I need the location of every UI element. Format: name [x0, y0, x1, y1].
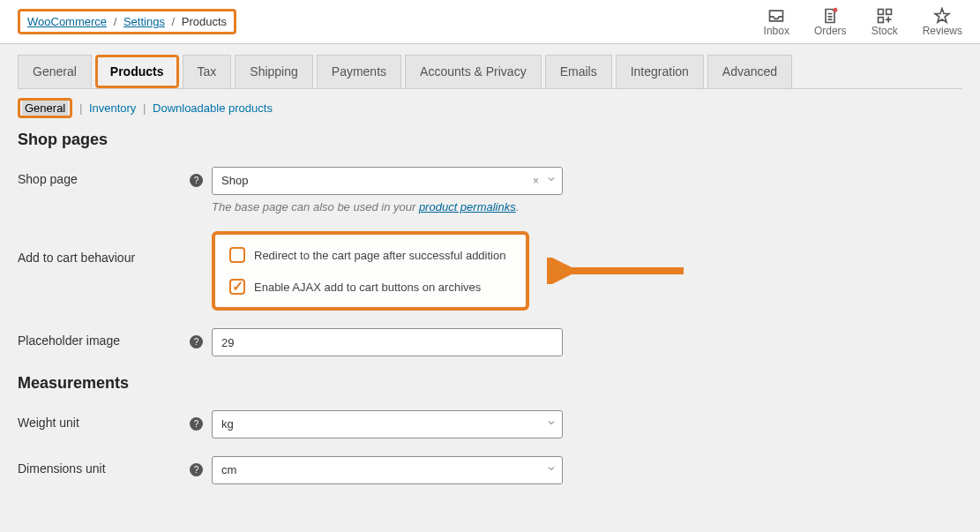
help-icon[interactable]: ? — [190, 463, 203, 476]
tab-products-label: Products — [98, 57, 176, 86]
content-area: General Products Tax Shipping Payments A… — [0, 44, 980, 513]
inbox-label: Inbox — [764, 25, 789, 37]
select-shop-page-value: Shop — [221, 174, 248, 187]
help-icon[interactable]: ? — [190, 417, 203, 431]
input-placeholder-image[interactable] — [212, 328, 563, 356]
select-clear-icon[interactable]: × — [533, 168, 539, 194]
row-placeholder-image: Placeholder image ? — [18, 328, 962, 356]
settings-subtabs: General | Inventory | Downloadable produ… — [18, 98, 962, 118]
select-shop-page[interactable]: Shop × — [212, 167, 563, 195]
chevron-down-icon — [546, 168, 557, 194]
control-add-to-cart: Redirect to the cart page after successf… — [212, 231, 688, 311]
orders-nav[interactable]: Orders — [814, 7, 847, 37]
tab-general[interactable]: General — [18, 55, 92, 88]
top-header: WooCommerce / Settings / Products Inbox … — [0, 0, 980, 44]
add-to-cart-highlight-box: Redirect to the cart page after successf… — [212, 231, 529, 311]
checkbox-redirect[interactable] — [229, 247, 245, 263]
checkbox-ajax[interactable] — [229, 279, 245, 295]
chevron-down-icon — [546, 411, 557, 438]
stock-nav[interactable]: Stock — [872, 7, 898, 37]
subtab-downloadable[interactable]: Downloadable products — [153, 101, 273, 115]
section-shop-pages: Shop pages — [18, 131, 962, 149]
label-weight-text: Weight unit — [18, 416, 79, 430]
subtab-inventory[interactable]: Inventory — [89, 101, 136, 115]
tab-payments[interactable]: Payments — [317, 55, 401, 88]
annotation-arrow — [547, 258, 688, 311]
stock-icon — [876, 7, 894, 25]
help-icon[interactable]: ? — [190, 335, 203, 348]
check-row-ajax: Enable AJAX add to cart buttons on archi… — [229, 279, 512, 295]
shop-page-desc-pre: The base page can also be used in your — [212, 200, 419, 214]
label-shop-page-text: Shop page — [18, 172, 78, 186]
breadcrumb-products: Products — [182, 15, 227, 28]
breadcrumb: WooCommerce / Settings / Products — [18, 9, 236, 34]
row-add-to-cart: Add to cart behaviour Redirect to the ca… — [18, 231, 962, 311]
label-placeholder-text: Placeholder image — [18, 333, 120, 348]
top-right-nav: Inbox Orders Stock Reviews — [764, 7, 962, 37]
control-dimensions: cm — [212, 456, 563, 484]
svg-rect-3 — [878, 17, 883, 22]
label-ajax: Enable AJAX add to cart buttons on archi… — [254, 281, 481, 294]
shop-page-desc-post: . — [516, 200, 520, 214]
breadcrumb-settings[interactable]: Settings — [123, 15, 165, 28]
orders-label: Orders — [814, 25, 847, 37]
inbox-nav[interactable]: Inbox — [764, 7, 789, 37]
select-weight-unit[interactable]: kg — [212, 410, 563, 438]
control-placeholder — [212, 328, 563, 356]
tab-products-active[interactable]: Products — [95, 55, 179, 88]
breadcrumb-sep: / — [172, 15, 176, 28]
breadcrumb-woocommerce[interactable]: WooCommerce — [27, 15, 107, 28]
svg-rect-1 — [878, 9, 883, 14]
orders-icon — [821, 7, 839, 25]
label-add-to-cart-text: Add to cart behaviour — [18, 251, 135, 265]
reviews-nav[interactable]: Reviews — [923, 7, 962, 37]
subtab-sep: | — [79, 101, 82, 115]
tab-tax[interactable]: Tax — [183, 55, 232, 88]
row-weight-unit: Weight unit ? kg — [18, 410, 962, 438]
label-weight: Weight unit ? — [18, 410, 212, 430]
row-shop-page: Shop page ? Shop × The base page can als… — [18, 167, 962, 214]
control-shop-page: Shop × The base page can also be used in… — [212, 167, 563, 214]
stock-label: Stock — [872, 25, 898, 37]
help-icon[interactable]: ? — [190, 174, 203, 187]
tab-accounts[interactable]: Accounts & Privacy — [405, 55, 542, 88]
chevron-down-icon — [546, 457, 557, 483]
row-dimensions-unit: Dimensions unit ? cm — [18, 456, 962, 484]
tab-shipping[interactable]: Shipping — [235, 55, 313, 88]
select-dimensions-unit[interactable]: cm — [212, 456, 563, 484]
product-permalinks-link[interactable]: product permalinks — [419, 200, 516, 214]
label-redirect: Redirect to the cart page after successf… — [254, 249, 505, 262]
select-weight-value: kg — [221, 417, 234, 431]
label-shop-page: Shop page ? — [18, 167, 212, 186]
settings-tabs: General Products Tax Shipping Payments A… — [18, 55, 962, 89]
subtab-general-active[interactable]: General — [18, 98, 72, 118]
subtab-sep: | — [143, 101, 146, 115]
select-dimensions-value: cm — [221, 463, 236, 476]
svg-rect-2 — [886, 9, 891, 14]
svg-point-0 — [834, 7, 838, 11]
breadcrumb-sep: / — [114, 15, 117, 28]
tab-integration[interactable]: Integration — [616, 55, 704, 88]
tab-emails[interactable]: Emails — [545, 55, 612, 88]
shop-page-desc: The base page can also be used in your p… — [212, 200, 563, 214]
label-dimensions-text: Dimensions unit — [18, 461, 106, 476]
reviews-label: Reviews — [923, 25, 962, 37]
section-measurements: Measurements — [18, 374, 962, 393]
control-weight: kg — [212, 410, 563, 438]
inbox-icon — [767, 7, 785, 25]
check-row-redirect: Redirect to the cart page after successf… — [229, 247, 512, 263]
tab-advanced[interactable]: Advanced — [707, 55, 792, 88]
label-dimensions: Dimensions unit ? — [18, 456, 212, 476]
star-icon — [933, 7, 951, 25]
subtab-general-label: General — [22, 101, 68, 116]
label-add-to-cart: Add to cart behaviour — [18, 231, 212, 265]
label-placeholder: Placeholder image ? — [18, 328, 212, 348]
